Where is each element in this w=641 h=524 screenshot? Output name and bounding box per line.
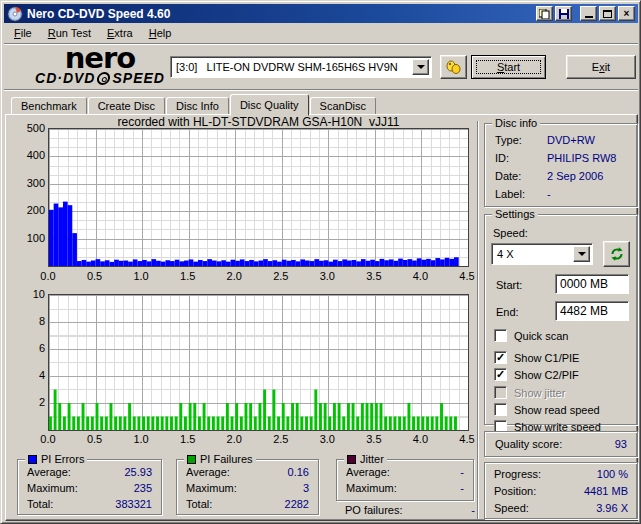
logo-disc-icon xyxy=(96,72,111,85)
pi-errors-chart xyxy=(48,128,469,267)
x-tick-label: 3.0 xyxy=(312,270,342,282)
checkbox-box xyxy=(494,329,507,342)
close-button[interactable]: × xyxy=(618,6,635,21)
pi-failures-chart xyxy=(48,294,469,431)
speed-select-value: 4 X xyxy=(492,248,573,260)
x-tick-label: 2.0 xyxy=(219,270,249,282)
x-tick-label: 3.0 xyxy=(312,433,342,445)
window-title: Nero CD-DVD Speed 4.60 xyxy=(27,7,534,21)
exit-button[interactable]: Exit xyxy=(566,55,636,79)
stat-label: Maximum: xyxy=(346,482,397,494)
app-icon xyxy=(7,6,23,22)
y-tick-label: 100 xyxy=(27,232,45,244)
y-tick-label: 400 xyxy=(27,149,45,161)
settings-group: Settings Speed: 4 X Start: End: Quick sc… xyxy=(484,214,638,425)
x-tick-label: 0.0 xyxy=(33,270,63,282)
menu-help[interactable]: Help xyxy=(141,24,180,42)
x-tick-label: 3.5 xyxy=(359,270,389,282)
drive-select-dropdown-button[interactable] xyxy=(412,59,429,75)
end-position-label: End: xyxy=(496,306,519,318)
logo-speed-text: SPEED xyxy=(112,70,164,86)
chart-title: recorded with HL-DT-STDVDRAM GSA-H10N vJ… xyxy=(48,115,469,129)
menu-file[interactable]: File xyxy=(6,24,40,42)
checkbox-label: Quick scan xyxy=(514,330,568,342)
menu-extra[interactable]: Extra xyxy=(99,24,141,42)
refresh-icon xyxy=(609,246,625,262)
progress-box: Progress:100 % Position:4481 MB Speed:3.… xyxy=(484,462,638,519)
tab-disc-quality[interactable]: Disc Quality xyxy=(230,94,309,116)
chevron-down-icon xyxy=(417,65,425,69)
drive-options-icon xyxy=(446,60,461,74)
menu-run-test[interactable]: Run Test xyxy=(40,24,99,42)
drive-options-button[interactable] xyxy=(440,55,467,79)
app-window: Nero CD-DVD Speed 4.60 × File Run Test E… xyxy=(0,0,641,524)
settings-title: Settings xyxy=(492,208,538,220)
tab-create-disc[interactable]: Create Disc xyxy=(88,97,165,115)
maximize-icon xyxy=(603,10,612,18)
checkbox-show-c2-pif[interactable]: ✓Show C2/PIF xyxy=(494,368,579,381)
disc-type-label: Type: xyxy=(495,134,522,146)
x-tick-label: 0.0 xyxy=(33,433,63,445)
save-button[interactable] xyxy=(555,6,572,21)
minimize-button[interactable] xyxy=(580,6,597,21)
maximize-button[interactable] xyxy=(599,6,616,21)
stat-label: Maximum: xyxy=(186,482,237,494)
stat-label: Total: xyxy=(27,498,53,510)
pi-errors-x-axis: 0.00.51.01.52.02.53.03.54.04.5 xyxy=(48,270,488,283)
checkbox-show-read-speed[interactable]: Show read speed xyxy=(494,403,600,416)
checkbox-box xyxy=(494,386,507,399)
focus-rect xyxy=(476,60,541,74)
nero-logo: nero CD·DVD SPEED xyxy=(17,46,183,86)
checkbox-show-c1-pie[interactable]: ✓Show C1/PIE xyxy=(494,351,579,364)
refresh-button[interactable] xyxy=(603,241,630,267)
checkbox-box xyxy=(494,403,507,416)
y-tick-label: 4 xyxy=(39,369,45,381)
disc-label-label: Label: xyxy=(495,188,525,200)
stat-label: Average: xyxy=(346,466,390,478)
copy-to-clipboard-button[interactable] xyxy=(536,6,553,21)
y-tick-label: 200 xyxy=(27,204,45,216)
tab-disc-info[interactable]: Disc Info xyxy=(166,97,229,115)
checkbox-quick-scan[interactable]: Quick scan xyxy=(494,329,568,342)
progress-value: 100 % xyxy=(597,468,628,480)
drive-select[interactable]: [3:0] LITE-ON DVDRW SHM-165H6S HV9N xyxy=(170,56,432,78)
y-tick-label: 8 xyxy=(39,315,45,327)
tab-scandisc[interactable]: ScanDisc xyxy=(310,97,376,115)
disc-type-value: DVD+RW xyxy=(547,134,595,146)
start-button[interactable]: Start xyxy=(471,55,546,79)
chevron-down-icon xyxy=(578,252,586,256)
nero-logo-text: nero xyxy=(17,46,183,71)
title-bar: Nero CD-DVD Speed 4.60 × xyxy=(4,4,638,23)
jitter-stats-title: Jitter xyxy=(344,453,387,465)
y-tick-label: 500 xyxy=(27,122,45,134)
stat-value: - xyxy=(460,482,464,494)
disc-date-label: Date: xyxy=(495,170,521,182)
speed-select[interactable]: 4 X xyxy=(491,243,593,265)
jitter-stats-box: Jitter Average:- Maximum:- xyxy=(336,459,474,501)
disc-info-group: Disc info Type: DVD+RW ID: PHILIPS RW8 D… xyxy=(484,123,638,207)
disc-id-label: ID: xyxy=(495,152,509,164)
po-failures-value: - xyxy=(471,504,475,516)
checkbox-label: Show C2/PIF xyxy=(514,369,579,381)
pi-errors-y-axis: 500400300200100 xyxy=(13,128,45,265)
jitter-legend-swatch xyxy=(347,455,356,464)
checkbox-label: Show C1/PIE xyxy=(514,352,579,364)
quality-score-label: Quality score: xyxy=(495,438,562,450)
checkbox-box: ✓ xyxy=(494,351,507,364)
close-icon: × xyxy=(624,8,630,19)
x-tick-label: 4.0 xyxy=(405,270,435,282)
position-label: Position: xyxy=(494,485,536,497)
pi-errors-stats-title: PI Errors xyxy=(25,453,87,465)
minimize-icon xyxy=(585,16,593,18)
logo-cddvd-text: CD·DVD xyxy=(35,70,95,86)
checkbox-label: Show jitter xyxy=(514,387,565,399)
stat-value: - xyxy=(460,466,464,478)
end-position-input[interactable] xyxy=(555,301,629,321)
start-position-label: Start: xyxy=(496,279,522,291)
start-position-input[interactable] xyxy=(555,274,629,294)
y-tick-label: 6 xyxy=(39,342,45,354)
speed-dropdown-button[interactable] xyxy=(573,246,590,262)
tab-benchmark[interactable]: Benchmark xyxy=(11,97,87,115)
pi-failures-y-axis: 108642 xyxy=(13,294,45,429)
pi-failures-series xyxy=(49,295,468,430)
